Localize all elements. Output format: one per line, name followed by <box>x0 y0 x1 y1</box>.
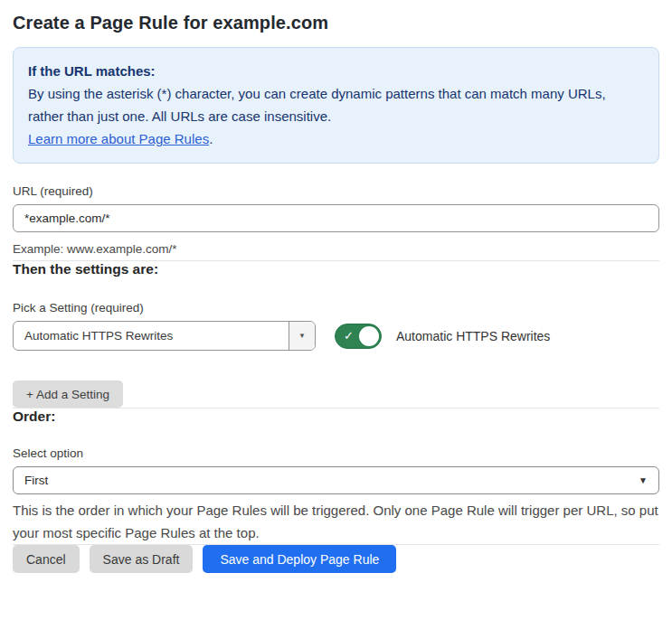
setting-toggle[interactable]: ✓ <box>335 324 382 349</box>
cancel-button[interactable]: Cancel <box>13 545 80 573</box>
info-box-body: By using the asterisk (*) character, you… <box>28 82 644 127</box>
info-box-link-line: Learn more about Page Rules. <box>28 127 644 150</box>
save-as-draft-button[interactable]: Save as Draft <box>90 545 194 573</box>
url-label: URL (required) <box>13 184 659 198</box>
chevron-down-icon: ▼ <box>298 332 306 340</box>
chevron-down-icon: ▼ <box>639 475 648 485</box>
order-select-label: Select option <box>13 446 659 460</box>
url-matches-info-box: If the URL matches: By using the asteris… <box>13 47 659 164</box>
form-actions: Cancel Save as Draft Save and Deploy Pag… <box>13 545 659 573</box>
pick-setting-label: Pick a Setting (required) <box>13 301 659 315</box>
create-page-rule-form: Create a Page Rule for example.com If th… <box>0 0 672 573</box>
settings-section-heading: Then the settings are: <box>13 261 659 277</box>
url-helper-text: Example: www.example.com/* <box>13 238 659 260</box>
info-box-heading: If the URL matches: <box>28 60 644 82</box>
add-setting-button[interactable]: + Add a Setting <box>13 380 123 408</box>
order-select-value: First <box>24 474 48 487</box>
setting-dropdown-value: Automatic HTTPS Rewrites <box>14 322 289 350</box>
setting-dropdown[interactable]: Automatic HTTPS Rewrites ▼ <box>13 321 316 351</box>
learn-more-link[interactable]: Learn more about Page Rules <box>28 131 209 146</box>
toggle-knob <box>359 326 379 346</box>
order-select[interactable]: First ▼ <box>13 466 659 494</box>
save-and-deploy-button[interactable]: Save and Deploy Page Rule <box>203 545 396 573</box>
setting-row: Automatic HTTPS Rewrites ▼ ✓ Automatic H… <box>13 321 659 351</box>
link-suffix: . <box>209 131 213 146</box>
url-input[interactable] <box>13 204 659 232</box>
page-title: Create a Page Rule for example.com <box>13 13 659 33</box>
check-icon: ✓ <box>344 330 354 342</box>
order-helper-text: This is the order in which your Page Rul… <box>13 499 659 544</box>
setting-dropdown-button[interactable]: ▼ <box>289 322 315 350</box>
order-section-heading: Order: <box>13 409 659 425</box>
setting-toggle-label: Automatic HTTPS Rewrites <box>396 329 550 343</box>
